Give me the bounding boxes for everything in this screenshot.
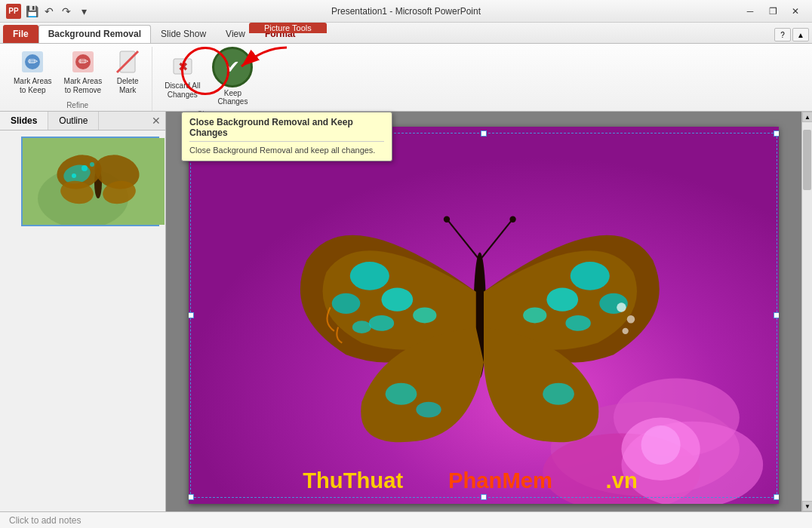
svg-text:ThuThuat: ThuThuat [303,468,403,493]
slide-image: ThuThuat PhanMem .vn [189,127,779,504]
scroll-thumb[interactable] [803,130,811,190]
canvas-area: ThuThuat PhanMem .vn [166,112,801,511]
svg-point-40 [571,262,610,290]
slide-thumb-image [23,138,165,225]
tab-slide-show[interactable]: Slide Show [151,25,216,43]
svg-point-37 [369,315,394,331]
ribbon-content: ✏ Mark Areasto Keep ✏ Mark Areasto Remov… [0,44,812,112]
svg-point-41 [546,288,578,312]
window-controls: ─ ❐ ✕ [740,3,806,20]
slides-panel: 1 [0,130,165,511]
ribbon-right-controls: ? ▲ [774,28,812,43]
ribbon-help-button[interactable]: ? [774,28,791,41]
title-bar: PP 💾 ↶ ↷ ▾ Presentation1 - Microsoft Pow… [0,0,812,23]
canvas-container: ThuThuat PhanMem .vn [166,112,812,511]
mark-remove-icon: ✏ [69,48,97,75]
more-qat-button[interactable]: ▾ [76,4,91,19]
scroll-down-button[interactable]: ▼ [802,501,812,511]
svg-point-46 [416,402,441,418]
svg-point-48 [617,302,626,312]
canvas-scrollbar: ▲ ▼ [801,112,812,511]
discard-label: Discard AllChanges [165,81,200,100]
main-layout: Slides Outline ✕ 1 [0,112,812,511]
sidebar-tab-bar: Slides Outline ✕ [0,112,165,130]
tab-file[interactable]: File [3,25,38,43]
ribbon-tab-bar: Picture Tools File Background Removal Sl… [0,23,812,44]
slide-canvas[interactable]: ThuThuat PhanMem .vn [189,127,779,504]
tab-outline[interactable]: Outline [48,112,99,130]
slide-thumb-container: 1 [6,137,159,226]
mark-areas-to-remove-button[interactable]: ✏ Mark Areasto Remove [60,47,107,97]
tab-background-removal[interactable]: Background Removal [38,25,151,43]
mark-remove-label: Mark Areasto Remove [64,77,103,95]
app-logo: PP [6,4,21,19]
svg-point-28 [641,425,681,465]
discard-all-changes-button[interactable]: ✖ Discard AllChanges [160,51,205,101]
ribbon-collapse-button[interactable]: ▲ [792,28,809,41]
sidebar: Slides Outline ✕ 1 [0,112,166,511]
svg-point-45 [386,383,417,405]
redo-qat-button[interactable]: ↷ [59,4,74,19]
close-button[interactable]: ✕ [785,3,806,20]
mark-keep-icon: ✏ [19,48,46,75]
undo-qat-button[interactable]: ↶ [42,4,57,19]
save-qat-button[interactable]: 💾 [24,4,39,19]
svg-point-44 [523,308,546,324]
keep-changes-label: KeepChanges [217,89,248,106]
svg-point-49 [627,315,635,323]
refine-buttons: ✏ Mark Areasto Keep ✏ Mark Areasto Remov… [9,47,146,100]
scroll-track[interactable] [802,122,812,501]
notes-placeholder: Click to add notes [9,515,81,526]
delete-mark-label: DeleteMark [117,77,139,95]
slide-thumbnail[interactable] [21,137,159,226]
title-bar-left: PP 💾 ↶ ↷ ▾ [6,4,91,19]
svg-text:PhanMem: PhanMem [448,468,552,493]
window-title: Presentation1 - Microsoft PowerPoint [331,6,481,17]
quick-access-toolbar: 💾 ↶ ↷ ▾ [24,4,91,19]
discard-icon: ✖ [169,53,196,80]
svg-point-34 [350,262,389,290]
scroll-up-button[interactable]: ▲ [802,112,812,122]
svg-point-38 [413,308,436,324]
minimize-button[interactable]: ─ [740,3,761,20]
svg-point-43 [565,315,590,331]
annotation-arrow [234,44,294,74]
keep-changes-tooltip: Close Background Removal and Keep Change… [181,112,392,161]
sidebar-close-button[interactable]: ✕ [150,115,162,127]
mark-areas-to-keep-button[interactable]: ✏ Mark Areasto Keep [9,47,57,97]
svg-text:✏: ✏ [78,55,88,68]
svg-point-19 [82,165,88,171]
svg-point-50 [623,328,629,334]
svg-text:.vn: .vn [606,468,638,493]
svg-text:✖: ✖ [177,60,187,73]
ribbon-group-refine: ✏ Mark Areasto Keep ✏ Mark Areasto Remov… [3,47,152,111]
picture-tools-label: Picture Tools [249,23,327,33]
restore-button[interactable]: ❐ [762,3,783,20]
svg-point-39 [352,321,371,333]
tooltip-body: Close Background Removal and keep all ch… [189,145,384,156]
svg-text:✏: ✏ [28,55,38,68]
delete-mark-icon [114,48,141,75]
svg-point-32 [444,216,450,223]
delete-mark-button[interactable]: DeleteMark [109,47,146,97]
mark-keep-label: Mark Areasto Keep [14,77,52,95]
svg-point-36 [332,293,361,314]
svg-point-20 [90,162,94,167]
refine-group-label: Refine [66,100,88,112]
svg-point-21 [72,173,76,178]
notes-area[interactable]: Click to add notes [0,511,812,528]
svg-point-35 [381,288,413,312]
svg-point-33 [509,216,515,223]
svg-point-47 [543,383,574,405]
tooltip-title: Close Background Removal and Keep Change… [189,117,384,142]
tab-slides[interactable]: Slides [0,112,48,130]
